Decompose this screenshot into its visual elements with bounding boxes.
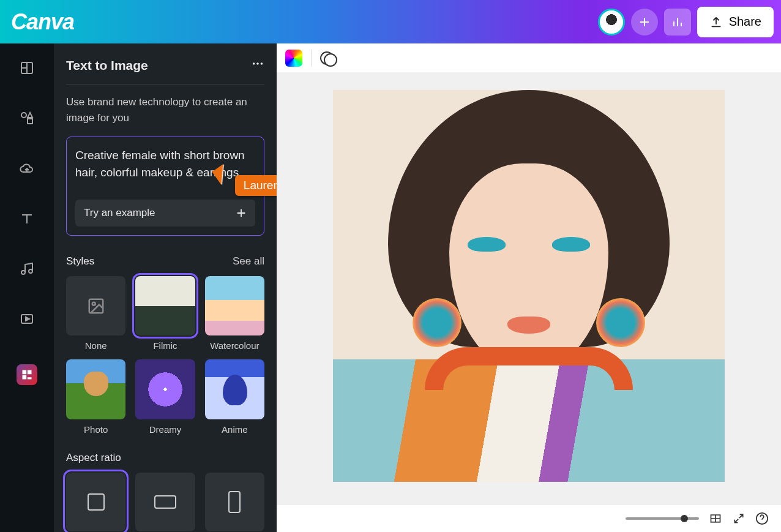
style-label: Watercolour: [210, 340, 259, 351]
style-option-anime[interactable]: Anime: [205, 359, 264, 434]
try-example-label: Try an example: [84, 207, 155, 219]
play-icon: [20, 312, 34, 326]
bottom-bar: [277, 505, 781, 532]
music-icon: [20, 261, 34, 276]
aspect-ratio-square[interactable]: Square: [66, 473, 125, 532]
upload-icon: [709, 15, 723, 29]
style-label: Dreamy: [149, 424, 182, 435]
main: Text to Image Use brand new technology t…: [0, 43, 781, 532]
styles-header: Styles See all: [66, 255, 264, 268]
uploads-tab[interactable]: [20, 161, 34, 176]
aspect-ratio-portrait[interactable]: Portrait: [205, 473, 264, 532]
aspect-ratio-landscape[interactable]: Landscape: [135, 473, 195, 532]
cloud-upload-icon: [20, 161, 34, 176]
prompt-container: Creative female with short brown hair, c…: [66, 137, 264, 236]
style-thumbnail: [135, 276, 195, 335]
divider: [311, 50, 312, 67]
insights-button[interactable]: [664, 9, 691, 36]
help-button[interactable]: [755, 512, 769, 525]
svg-point-4: [29, 269, 32, 273]
style-label: None: [85, 340, 107, 351]
header-actions: Share: [598, 7, 774, 37]
ai-image-icon: [21, 369, 33, 381]
aspect-ratio-heading: Aspect ratio: [66, 452, 264, 464]
svg-point-10: [92, 302, 95, 305]
collaborator-name: Lauren: [235, 175, 277, 196]
color-picker-button[interactable]: [285, 50, 302, 67]
style-label: Anime: [222, 424, 248, 435]
styles-grid: NoneFilmicWatercolourPhotoDreamyAnime: [66, 276, 264, 435]
audio-tab[interactable]: [20, 261, 34, 276]
help-icon: [755, 512, 769, 525]
try-example-button[interactable]: Try an example: [75, 200, 255, 227]
see-all-styles[interactable]: See all: [233, 255, 264, 268]
svg-point-1: [21, 113, 26, 118]
videos-tab[interactable]: [20, 312, 34, 326]
aspect-ratio-grid: SquareLandscapePortrait: [66, 473, 264, 532]
share-button[interactable]: Share: [697, 7, 774, 37]
share-label: Share: [729, 15, 761, 29]
style-thumbnail: [66, 276, 125, 335]
user-avatar[interactable]: [598, 9, 625, 36]
svg-rect-2: [28, 119, 32, 124]
style-thumbnail: [66, 359, 125, 419]
svg-point-6: [253, 62, 255, 65]
plus-icon: [638, 16, 651, 28]
style-option-filmic[interactable]: Filmic: [135, 276, 195, 351]
aspect-ratio-preview: [135, 473, 195, 531]
layout-icon: [20, 61, 34, 75]
style-thumbnail: [205, 276, 264, 335]
fullscreen-button[interactable]: [732, 512, 745, 525]
expand-icon: [733, 512, 745, 525]
templates-tab[interactable]: [20, 61, 34, 75]
elements-tab[interactable]: [20, 111, 34, 126]
grid-view-button[interactable]: [709, 512, 722, 525]
svg-point-3: [21, 271, 25, 274]
svg-point-8: [261, 62, 263, 65]
text-icon: [20, 211, 34, 226]
style-option-photo[interactable]: Photo: [66, 359, 125, 434]
transparency-button[interactable]: [320, 50, 337, 67]
style-thumbnail: [135, 359, 195, 419]
top-bar: Canva Share: [0, 0, 781, 43]
style-option-watercolour[interactable]: Watercolour: [205, 276, 264, 351]
canva-logo: Canva: [11, 9, 74, 35]
panel-description: Use brand new technology to create an im…: [66, 94, 264, 126]
generated-image[interactable]: [333, 90, 725, 482]
panel-header: Text to Image: [66, 57, 264, 74]
canvas-area: [277, 43, 781, 532]
text-to-image-panel: Text to Image Use brand new technology t…: [54, 43, 277, 532]
divider: [66, 84, 264, 84]
style-option-none[interactable]: None: [66, 276, 125, 351]
canvas-stage[interactable]: [277, 73, 781, 505]
style-label: Photo: [84, 424, 108, 435]
more-horizontal-icon: [251, 57, 264, 70]
styles-heading: Styles: [66, 255, 94, 268]
style-option-dreamy[interactable]: Dreamy: [135, 359, 195, 434]
shapes-icon: [20, 111, 34, 126]
style-label: Filmic: [153, 340, 177, 351]
canvas-toolbar: [277, 43, 781, 73]
zoom-handle[interactable]: [681, 515, 688, 522]
image-placeholder-icon: [87, 297, 105, 315]
svg-point-7: [256, 62, 259, 65]
portrait-placeholder: [333, 90, 725, 482]
aspect-ratio-preview: [66, 473, 125, 531]
panel-title: Text to Image: [66, 58, 148, 73]
text-tab[interactable]: [20, 211, 34, 226]
tool-rail: [0, 43, 54, 532]
add-button[interactable]: [631, 9, 658, 36]
zoom-slider[interactable]: [626, 517, 699, 520]
plus-icon: [236, 208, 247, 219]
grid-icon: [709, 512, 722, 525]
aspect-ratio-preview: [205, 473, 264, 531]
text-to-image-tab[interactable]: [17, 364, 37, 385]
collaborator-cursor: Lauren: [235, 167, 277, 196]
chart-icon: [671, 16, 684, 28]
style-thumbnail: [205, 359, 264, 419]
panel-more-button[interactable]: [251, 57, 264, 74]
